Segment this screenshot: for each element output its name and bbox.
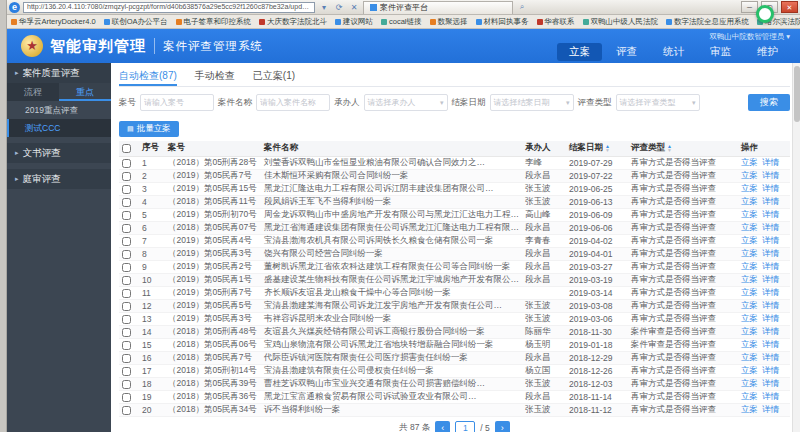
file-case-link[interactable]: 立案: [741, 235, 758, 245]
row-checkbox[interactable]: [122, 289, 131, 298]
row-checkbox[interactable]: [122, 198, 131, 207]
row-checkbox[interactable]: [122, 159, 131, 168]
file-case-link[interactable]: 立案: [741, 339, 758, 349]
current-page-input[interactable]: 1: [455, 421, 475, 432]
close-button[interactable]: ✕: [781, 1, 798, 13]
file-case-link[interactable]: 立案: [741, 365, 758, 375]
browser-tab[interactable]: 案件评查平台: [363, 1, 513, 14]
case-name-input[interactable]: [256, 94, 330, 111]
row-checkbox[interactable]: [122, 367, 131, 376]
detail-link[interactable]: 详情: [762, 287, 779, 297]
row-checkbox[interactable]: [122, 276, 131, 285]
search-button[interactable]: 搜索: [748, 94, 790, 111]
row-checkbox[interactable]: [122, 172, 131, 181]
detail-link[interactable]: 详情: [762, 222, 779, 232]
file-case-link[interactable]: 立案: [741, 391, 758, 401]
bookmark-link[interactable]: 数聚远择: [430, 17, 468, 27]
row-checkbox[interactable]: [122, 211, 131, 220]
user-menu[interactable]: 双鸭山中院数智管理员 ▾: [709, 32, 790, 42]
nav-item-pingcha[interactable]: 评查: [604, 43, 649, 61]
bookmark-link[interactable]: 材料回执事务: [476, 17, 529, 27]
batch-file-button[interactable]: ▤ 批量立案: [119, 121, 179, 137]
bookmark-link[interactable]: 建议网站: [335, 17, 373, 27]
screen-recorder-widget[interactable]: [756, 5, 774, 23]
file-case-link[interactable]: 立案: [741, 326, 758, 336]
file-case-link[interactable]: 立案: [741, 222, 758, 232]
next-page-button[interactable]: ›: [495, 421, 510, 432]
nav-item-shenjian[interactable]: 审监: [698, 43, 743, 61]
header-close-date[interactable]: 结案日期▲▼: [566, 141, 628, 156]
sidebar-item-2019-key-review[interactable]: 2019重点评查: [7, 101, 111, 119]
detail-link[interactable]: 详情: [762, 196, 779, 206]
file-case-link[interactable]: 立案: [741, 352, 758, 362]
file-case-link[interactable]: 立案: [741, 378, 758, 388]
file-case-link[interactable]: 立案: [741, 248, 758, 258]
bookmark-link[interactable]: 华睿联系: [537, 17, 575, 27]
sidebar-tab-process[interactable]: 流程: [7, 83, 59, 101]
file-case-link[interactable]: 立案: [741, 274, 758, 284]
detail-link[interactable]: 详情: [762, 326, 779, 336]
detail-link[interactable]: 详情: [762, 391, 779, 401]
prev-page-button[interactable]: ‹: [435, 421, 450, 432]
bookmark-link[interactable]: 数字法院全息应用系统: [666, 17, 749, 27]
detail-link[interactable]: 详情: [762, 300, 779, 310]
sort-icons[interactable]: ▲▼: [605, 144, 610, 152]
row-checkbox[interactable]: [122, 393, 131, 402]
sidebar-section-trial-review[interactable]: ▸ 庭审评查: [7, 169, 111, 189]
bookmark-link[interactable]: 华孚云ArteryDocker4.0: [11, 17, 96, 27]
refresh-icon[interactable]: ⟳: [333, 3, 345, 12]
detail-link[interactable]: 详情: [762, 378, 779, 388]
detail-link[interactable]: 详情: [762, 157, 779, 167]
file-case-link[interactable]: 立案: [741, 209, 758, 219]
close-date-picker[interactable]: 请选择结案日期 ▾: [490, 94, 574, 111]
detail-link[interactable]: 详情: [762, 404, 779, 414]
file-case-link[interactable]: 立案: [741, 287, 758, 297]
file-case-link[interactable]: 立案: [741, 404, 758, 414]
url-bar[interactable]: http://136.20.4.110:7080/zmqzyl-pcgzpt/f…: [23, 2, 315, 13]
row-checkbox[interactable]: [122, 341, 131, 350]
review-type-select[interactable]: 请选择评查类型 ▾: [616, 94, 700, 111]
search-icon[interactable]: ⌕: [516, 2, 528, 12]
bookmark-link[interactable]: 大庆数字法院北斗: [259, 17, 327, 27]
row-checkbox[interactable]: [122, 354, 131, 363]
file-case-link[interactable]: 立案: [741, 183, 758, 193]
row-checkbox[interactable]: [122, 380, 131, 389]
nav-item-tongji[interactable]: 统计: [651, 43, 696, 61]
row-checkbox[interactable]: [122, 263, 131, 272]
bookmark-link[interactable]: 联创OA办公平台: [104, 17, 168, 27]
detail-link[interactable]: 详情: [762, 365, 779, 375]
row-checkbox[interactable]: [122, 224, 131, 233]
file-case-link[interactable]: 立案: [741, 157, 758, 167]
nav-item-weihu[interactable]: 维护: [745, 43, 790, 61]
bookmark-link[interactable]: 双鸭山中级人民法院: [583, 17, 659, 27]
vertical-scrollbar[interactable]: [792, 63, 800, 432]
row-checkbox[interactable]: [122, 250, 131, 259]
select-all-checkbox[interactable]: [122, 144, 131, 153]
file-case-link[interactable]: 立案: [741, 313, 758, 323]
detail-link[interactable]: 详情: [762, 183, 779, 193]
file-case-link[interactable]: 立案: [741, 300, 758, 310]
detail-link[interactable]: 详情: [762, 339, 779, 349]
row-checkbox[interactable]: [122, 185, 131, 194]
bookmark-link[interactable]: cocal链接: [381, 17, 422, 27]
sidebar-tab-key[interactable]: 重点: [59, 83, 111, 101]
sidebar-section-case-quality[interactable]: ▸ 案件质量评查: [7, 63, 111, 83]
detail-link[interactable]: 详情: [762, 313, 779, 323]
sort-icons[interactable]: ▲▼: [667, 144, 672, 152]
sidebar-item-test-ccc[interactable]: 测试CCC: [7, 119, 111, 137]
detail-link[interactable]: 详情: [762, 235, 779, 245]
file-case-link[interactable]: 立案: [741, 261, 758, 271]
header-review-type[interactable]: 评查类型▲▼: [628, 141, 738, 156]
tab-filed[interactable]: 已立案(1): [253, 67, 295, 86]
row-checkbox[interactable]: [122, 315, 131, 324]
case-no-input[interactable]: [140, 94, 214, 111]
row-checkbox[interactable]: [122, 237, 131, 246]
row-checkbox[interactable]: [122, 328, 131, 337]
undertaker-select[interactable]: 请选择承办人 ▾: [364, 94, 448, 111]
detail-link[interactable]: 详情: [762, 261, 779, 271]
row-checkbox[interactable]: [122, 302, 131, 311]
detail-link[interactable]: 详情: [762, 248, 779, 258]
tab-manual-check[interactable]: 手动检查: [195, 67, 235, 86]
stop-icon[interactable]: ✕: [348, 3, 360, 12]
file-case-link[interactable]: 立案: [741, 196, 758, 206]
